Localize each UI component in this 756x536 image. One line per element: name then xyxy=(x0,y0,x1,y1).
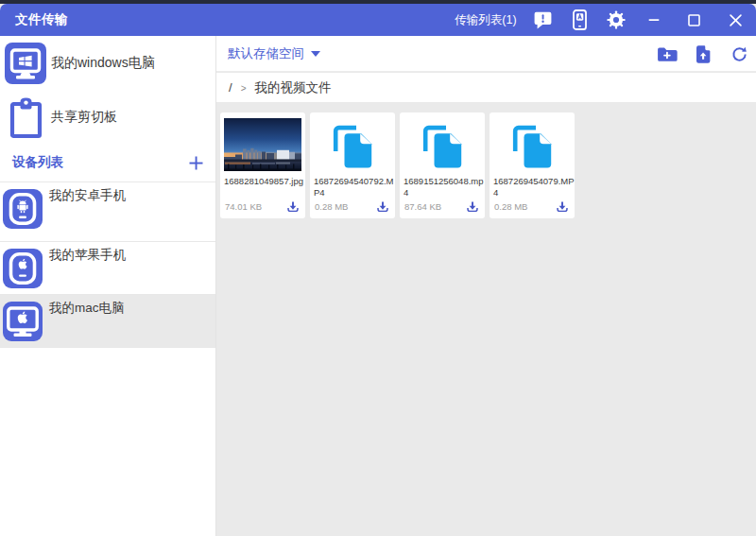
file-card[interactable]: 1688281049857.jpg 74.01 KB xyxy=(220,112,305,218)
file-size: 0.28 MB xyxy=(494,201,527,212)
feedback-icon[interactable] xyxy=(529,4,556,36)
file-size: 87.64 KB xyxy=(404,201,441,212)
sidebar-item-android-phone[interactable]: 我的安卓手机 xyxy=(0,182,215,242)
sidebar-item-mac-computer[interactable]: 我的mac电脑 xyxy=(0,295,215,348)
storage-toolbar: 默认存储空间 xyxy=(216,36,756,72)
image-thumbnail xyxy=(224,118,301,171)
transfer-list-button[interactable]: 传输列表(1) xyxy=(448,4,524,36)
apple-phone-icon xyxy=(3,249,43,288)
file-name: 1689151256048.mp4 xyxy=(404,176,486,198)
breadcrumb-separator-icon: > xyxy=(241,83,247,94)
file-card[interactable]: 16872694540792.MP4 0.28 MB xyxy=(310,112,395,218)
file-name: 1688281049857.jpg xyxy=(224,176,306,187)
close-button[interactable] xyxy=(723,4,747,36)
sidebar-item-label: 共享剪切板 xyxy=(51,109,117,126)
upload-file-button[interactable] xyxy=(696,44,711,64)
device-list-header: 设备列表 xyxy=(0,144,215,182)
breadcrumb-root[interactable]: / xyxy=(229,80,232,95)
sidebar-item-my-computer[interactable]: 我的windows电脑 xyxy=(0,36,215,91)
chevron-down-icon xyxy=(311,51,320,57)
sidebar-item-label: 我的苹果手机 xyxy=(49,247,126,264)
add-device-button[interactable] xyxy=(189,156,203,170)
video-file-icon xyxy=(329,125,376,170)
phone-app-icon[interactable] xyxy=(568,4,591,36)
file-card[interactable]: 1689151256048.mp4 87.64 KB xyxy=(400,112,485,218)
storage-space-label: 默认存储空间 xyxy=(228,45,304,62)
video-file-icon xyxy=(508,125,556,170)
sidebar-item-label: 我的安卓手机 xyxy=(49,187,126,204)
content-panel: 默认存储空间 xyxy=(216,36,756,536)
minimize-button[interactable] xyxy=(644,4,664,36)
file-size: 74.01 KB xyxy=(225,201,262,212)
download-icon[interactable] xyxy=(377,201,388,213)
titlebar: 文件传输 传输列表(1) xyxy=(0,4,756,36)
storage-space-dropdown[interactable]: 默认存储空间 xyxy=(228,45,320,62)
breadcrumb-current-folder[interactable]: 我的视频文件 xyxy=(254,79,331,96)
sidebar-item-apple-phone[interactable]: 我的苹果手机 xyxy=(0,242,215,295)
download-icon[interactable] xyxy=(287,201,299,213)
device-list-title: 设备列表 xyxy=(12,154,189,171)
file-name: 1687269454079.MP4 xyxy=(493,176,576,198)
download-icon[interactable] xyxy=(467,201,478,213)
video-file-icon xyxy=(419,125,466,170)
maximize-button[interactable] xyxy=(682,4,705,36)
file-card[interactable]: 1687269454079.MP4 0.28 MB xyxy=(490,112,575,218)
refresh-button[interactable] xyxy=(731,46,747,62)
file-size: 0.28 MB xyxy=(315,201,348,212)
new-folder-button[interactable] xyxy=(657,46,678,62)
windows-computer-icon xyxy=(5,43,46,84)
mac-computer-icon xyxy=(3,302,43,341)
android-phone-icon xyxy=(3,189,43,229)
file-grid: 1688281049857.jpg 74.01 KB 1687269454079… xyxy=(216,102,756,536)
settings-gear-icon[interactable] xyxy=(606,4,627,36)
sidebar: 我的windows电脑 共享剪切板 设备列表 xyxy=(0,36,216,536)
sidebar-item-label: 我的mac电脑 xyxy=(49,300,125,317)
file-name: 16872694540792.MP4 xyxy=(314,176,396,198)
clipboard-icon xyxy=(9,95,43,139)
sidebar-item-shared-clipboard[interactable]: 共享剪切板 xyxy=(0,91,215,144)
app-title: 文件传输 xyxy=(15,4,68,36)
sidebar-item-label: 我的windows电脑 xyxy=(51,55,155,72)
download-icon[interactable] xyxy=(557,201,568,213)
breadcrumb: / > 我的视频文件 xyxy=(216,73,756,102)
